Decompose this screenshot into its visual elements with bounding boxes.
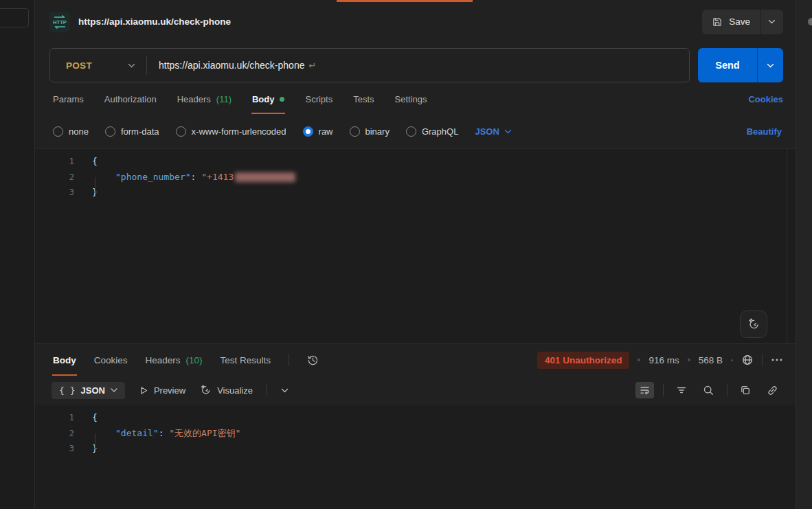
- radio-none[interactable]: none: [53, 126, 89, 137]
- search-icon[interactable]: [699, 382, 718, 399]
- active-tab-accent-bar: [337, 0, 473, 2]
- postbot-sparkle-icon: [747, 317, 760, 331]
- http-request-icon: HTTP: [49, 12, 70, 32]
- method-label: POST: [66, 60, 128, 71]
- headers-count: (11): [216, 94, 232, 104]
- wrap-lines-button[interactable]: [635, 382, 654, 398]
- json-key: "detail": [115, 428, 159, 438]
- right-sidebar-rail: [796, 0, 812, 509]
- editor-scrollbar[interactable]: [787, 149, 796, 343]
- tab-authorization[interactable]: Authorization: [104, 84, 157, 114]
- json-colon: :: [191, 172, 202, 182]
- radio-circle: [53, 126, 63, 137]
- radio-circle-checked: [303, 126, 313, 137]
- tab-response-body[interactable]: Body: [53, 344, 76, 376]
- link-icon[interactable]: [763, 382, 782, 399]
- beautify-link[interactable]: Beautify: [747, 126, 782, 137]
- rail-partial-icon[interactable]: [808, 18, 812, 25]
- language-selector[interactable]: JSON: [475, 126, 511, 137]
- response-panel: Body Cookies Headers(10) Test Results 40…: [35, 343, 796, 509]
- json-colon: :: [159, 428, 170, 438]
- code-line: 3 }: [35, 441, 796, 457]
- json-value: "无效的API密钥": [169, 428, 240, 438]
- response-tabs: Body Cookies Headers(10) Test Results 40…: [35, 344, 796, 376]
- divider: [663, 384, 664, 396]
- enter-hint-icon: ↵: [308, 60, 316, 71]
- save-icon: [712, 16, 723, 27]
- response-headers-count: (10): [186, 355, 203, 365]
- visualize-sparkle-icon: [199, 384, 212, 396]
- radio-circle: [350, 126, 360, 137]
- line-number: 1: [35, 410, 74, 426]
- code-line: 1 {: [35, 154, 796, 170]
- response-size: 568 B: [699, 355, 723, 365]
- radio-circle: [176, 126, 186, 137]
- request-body-editor[interactable]: 1 { 2 "phone_number": "+1413XXXXXXX 3 }: [35, 148, 796, 343]
- radio-raw[interactable]: raw: [303, 126, 333, 137]
- response-toolbar: { } JSON Preview Visualize: [35, 376, 796, 405]
- tab-scripts[interactable]: Scripts: [305, 84, 332, 114]
- save-button[interactable]: Save: [702, 10, 783, 34]
- response-format-button[interactable]: { } JSON: [52, 382, 125, 399]
- separator-dot: [731, 359, 733, 361]
- tab-body[interactable]: Body: [252, 84, 285, 114]
- code-line: 2 "detail": "无效的API密钥": [35, 426, 796, 442]
- url-bar: POST https://api.xiaomu.uk/check-phone↵: [49, 48, 690, 82]
- radio-circle: [105, 126, 115, 137]
- line-number: 2: [35, 426, 74, 442]
- method-caret-icon: [128, 63, 135, 68]
- network-globe-icon[interactable]: [741, 354, 754, 366]
- divider: [727, 384, 728, 396]
- send-label[interactable]: Send: [698, 48, 757, 82]
- response-tools-right: [635, 382, 782, 399]
- radio-graphql[interactable]: GraphQL: [406, 126, 458, 137]
- left-sidebar: [0, 0, 35, 509]
- request-header-bar: HTTP https://api.xiaomu.uk/check-phone S…: [35, 0, 796, 43]
- copy-icon[interactable]: [736, 382, 754, 398]
- radio-circle: [406, 126, 416, 137]
- tab-tests[interactable]: Tests: [353, 84, 374, 114]
- tab-params[interactable]: Params: [53, 84, 84, 114]
- send-button[interactable]: Send: [698, 48, 783, 82]
- send-dropdown-caret[interactable]: [758, 48, 783, 82]
- request-workspace: HTTP https://api.xiaomu.uk/check-phone S…: [35, 0, 796, 509]
- radio-binary[interactable]: binary: [350, 126, 390, 137]
- visualize-button[interactable]: Visualize: [199, 384, 253, 396]
- url-input[interactable]: https://api.xiaomu.uk/check-phone↵: [147, 60, 316, 71]
- tab-test-results[interactable]: Test Results: [221, 344, 271, 376]
- tab-response-cookies[interactable]: Cookies: [94, 344, 128, 376]
- more-options-icon[interactable]: [771, 358, 783, 362]
- cookies-link[interactable]: Cookies: [748, 94, 783, 104]
- code-line: 2 "phone_number": "+1413XXXXXXX: [35, 170, 796, 185]
- postbot-button[interactable]: [740, 310, 767, 338]
- line-number: 2: [35, 170, 74, 185]
- save-button-main[interactable]: Save: [702, 10, 760, 34]
- divider: [267, 384, 267, 396]
- filter-icon[interactable]: [673, 383, 690, 398]
- redacted-phone-number: XXXXXXX: [235, 172, 295, 182]
- save-label: Save: [729, 16, 750, 27]
- line-number: 3: [35, 441, 74, 457]
- request-title: https://api.xiaomu.uk/check-phone: [78, 16, 231, 27]
- radio-form-data[interactable]: form-data: [105, 126, 159, 137]
- response-body-editor[interactable]: 1 { 2 "detail": "无效的API密钥" 3 }: [35, 405, 796, 509]
- response-status-badge: 401 Unauthorized: [537, 352, 630, 369]
- response-time: 916 ms: [649, 355, 679, 365]
- separator-dot: [688, 359, 690, 361]
- code-line: 1 {: [35, 410, 796, 426]
- tab-headers[interactable]: Headers(11): [177, 84, 232, 114]
- preview-button[interactable]: Preview: [139, 385, 185, 396]
- response-meta: 401 Unauthorized 916 ms 568 B: [537, 352, 783, 369]
- code-line: 3 }: [35, 185, 796, 201]
- visualize-collapse-caret[interactable]: [281, 388, 289, 393]
- sidebar-partial-tab[interactable]: [0, 8, 29, 27]
- response-history-icon[interactable]: [307, 354, 319, 366]
- curly-braces-icon: { }: [59, 385, 75, 396]
- save-dropdown-caret[interactable]: [760, 10, 783, 34]
- request-tabs: Params Authorization Headers(11) Body Sc…: [35, 84, 796, 114]
- body-modified-dot: [280, 97, 284, 102]
- radio-x-www-form-urlencoded[interactable]: x-www-form-urlencoded: [176, 126, 286, 137]
- tab-response-headers[interactable]: Headers(10): [146, 344, 203, 376]
- method-selector[interactable]: POST: [50, 60, 146, 71]
- tab-settings[interactable]: Settings: [395, 84, 427, 114]
